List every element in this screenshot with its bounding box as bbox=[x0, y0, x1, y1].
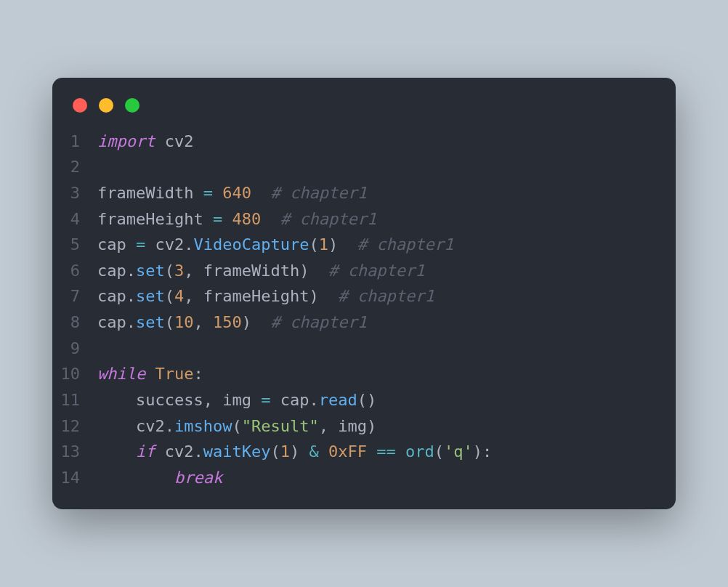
variable: frameHeight bbox=[97, 210, 203, 228]
number-literal: 4 bbox=[174, 287, 184, 305]
code-line: 12 cv2.imshow("Result", img) bbox=[52, 413, 676, 440]
constant-true: True bbox=[155, 365, 193, 383]
dot: . bbox=[165, 417, 174, 435]
number-literal: 640 bbox=[222, 184, 251, 202]
comma: , bbox=[194, 313, 214, 331]
number-literal: 1 bbox=[319, 235, 328, 254]
keyword-import: import bbox=[97, 132, 155, 150]
line-content: frameHeight = 480 # chapter1 bbox=[97, 206, 676, 232]
colon: : bbox=[193, 365, 203, 383]
comment: # chapter1 bbox=[357, 235, 453, 254]
paren-close: ) bbox=[367, 391, 376, 409]
code-line: 8 cap.set(10, 150) # chapter1 bbox=[52, 309, 676, 336]
code-line: 9 bbox=[52, 336, 676, 362]
object: cv2 bbox=[155, 235, 185, 254]
comment: # chapter1 bbox=[270, 184, 366, 202]
code-line: 10 while True: bbox=[52, 361, 676, 387]
paren-open: ( bbox=[357, 391, 367, 409]
operator-assign: = bbox=[203, 184, 213, 202]
paren-open: ( bbox=[165, 313, 174, 331]
string-literal: "Result" bbox=[242, 417, 319, 435]
comment: # chapter1 bbox=[280, 210, 376, 228]
operator-eq: == bbox=[376, 442, 396, 461]
paren-close: ) bbox=[290, 442, 299, 461]
line-number: 3 bbox=[52, 180, 97, 206]
line-content: cv2.imshow("Result", img) bbox=[97, 413, 676, 440]
dot: . bbox=[126, 262, 136, 280]
function-call: waitKey bbox=[203, 442, 271, 461]
paren-close: ) bbox=[328, 235, 338, 254]
minimize-icon[interactable] bbox=[99, 98, 113, 113]
line-number: 8 bbox=[52, 309, 97, 336]
line-number: 10 bbox=[52, 361, 97, 387]
code-line: 3 frameWidth = 640 # chapter1 bbox=[52, 180, 676, 206]
line-number: 13 bbox=[52, 439, 97, 465]
paren-close: ) bbox=[299, 262, 309, 280]
dot: . bbox=[309, 391, 318, 409]
code-line: 2 bbox=[52, 154, 676, 180]
number-literal: 10 bbox=[174, 313, 194, 331]
function-call: read bbox=[319, 391, 357, 409]
line-number: 9 bbox=[52, 336, 97, 362]
comma: , bbox=[203, 391, 223, 409]
object: cv2 bbox=[136, 417, 165, 435]
line-number: 5 bbox=[52, 232, 97, 258]
line-content: cap.set(4, frameHeight) # chapter1 bbox=[97, 283, 676, 309]
operator-assign: = bbox=[213, 210, 222, 228]
object: cap bbox=[280, 391, 310, 409]
line-content: cap.set(10, 150) # chapter1 bbox=[97, 309, 676, 336]
dot: . bbox=[193, 442, 203, 461]
close-icon[interactable] bbox=[73, 98, 87, 113]
window-titlebar bbox=[52, 94, 676, 129]
argument: frameWidth bbox=[203, 262, 299, 280]
code-line: 1 import cv2 bbox=[52, 129, 676, 155]
object: cv2 bbox=[165, 442, 194, 461]
comma: , bbox=[184, 262, 203, 280]
code-line: 13 if cv2.waitKey(1) & 0xFF == ord('q'): bbox=[52, 439, 676, 465]
comment: # chapter1 bbox=[328, 262, 424, 280]
code-line: 14 break bbox=[52, 465, 676, 491]
function-call: imshow bbox=[174, 417, 232, 435]
code-editor: 1 import cv2 2 3 frameWidth = 640 # chap… bbox=[52, 129, 676, 491]
function-call: set bbox=[136, 287, 165, 305]
comma: , bbox=[319, 417, 339, 435]
line-content: frameWidth = 640 # chapter1 bbox=[97, 180, 676, 206]
number-literal: 150 bbox=[213, 313, 242, 331]
code-line: 7 cap.set(4, frameHeight) # chapter1 bbox=[52, 283, 676, 309]
number-literal: 480 bbox=[232, 210, 261, 228]
line-content: cap.set(3, frameWidth) # chapter1 bbox=[97, 258, 676, 284]
line-content bbox=[97, 154, 676, 180]
line-number: 12 bbox=[52, 413, 97, 440]
keyword-while: while bbox=[97, 365, 145, 383]
object: cap bbox=[97, 287, 126, 305]
variable: cap bbox=[97, 235, 126, 254]
argument: img bbox=[338, 417, 367, 435]
paren-close: ) bbox=[309, 287, 318, 305]
code-line: 4 frameHeight = 480 # chapter1 bbox=[52, 206, 676, 232]
comment: # chapter1 bbox=[338, 287, 434, 305]
operator-bitand: & bbox=[309, 442, 318, 461]
dot: . bbox=[126, 313, 136, 331]
zoom-icon[interactable] bbox=[125, 98, 139, 113]
operator-assign: = bbox=[261, 391, 270, 409]
line-content: success, img = cap.read() bbox=[97, 387, 676, 413]
comma: , bbox=[184, 287, 203, 305]
line-content: import cv2 bbox=[97, 129, 676, 155]
code-window: 1 import cv2 2 3 frameWidth = 640 # chap… bbox=[52, 78, 676, 510]
code-line: 5 cap = cv2.VideoCapture(1) # chapter1 bbox=[52, 232, 676, 258]
variable: img bbox=[222, 391, 251, 409]
module-name: cv2 bbox=[165, 132, 194, 150]
line-content bbox=[97, 336, 676, 362]
paren-close: ) bbox=[242, 313, 251, 331]
paren-close: ) bbox=[473, 442, 482, 461]
paren-open: ( bbox=[309, 235, 318, 254]
variable: frameWidth bbox=[97, 184, 193, 202]
line-number: 1 bbox=[52, 129, 97, 155]
paren-open: ( bbox=[232, 417, 241, 435]
number-literal: 1 bbox=[280, 442, 290, 461]
line-content: break bbox=[97, 465, 676, 491]
string-literal: 'q' bbox=[444, 442, 473, 461]
keyword-break: break bbox=[174, 469, 222, 487]
line-number: 14 bbox=[52, 465, 97, 491]
paren-open: ( bbox=[270, 442, 280, 461]
